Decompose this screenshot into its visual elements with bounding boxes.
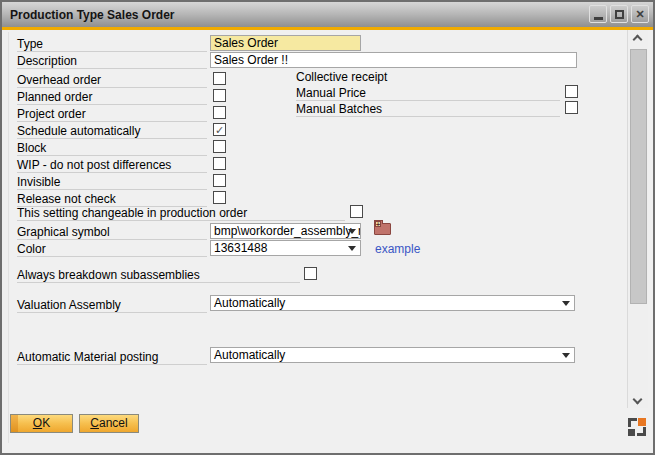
plus-badge-icon: + bbox=[375, 221, 381, 227]
collective-receipt-label: Collective receipt bbox=[296, 70, 560, 85]
dialog-production-type: Production Type Sales Order ✕ Type Sales… bbox=[0, 0, 655, 455]
accent-bar bbox=[2, 27, 653, 30]
manual-batches-checkbox[interactable] bbox=[565, 101, 578, 114]
cancel-button[interactable]: Cancel bbox=[79, 414, 139, 433]
project-order-label: Project order bbox=[17, 107, 207, 122]
changeable-label: This setting changeable in production or… bbox=[17, 206, 345, 221]
scrollbar-thumb[interactable] bbox=[630, 49, 647, 304]
chevron-down-icon bbox=[348, 246, 356, 251]
release-not-check-checkbox[interactable] bbox=[213, 191, 226, 204]
close-button[interactable]: ✕ bbox=[631, 5, 649, 23]
wip-label: WIP - do not post differences bbox=[17, 158, 207, 173]
content-left-divider bbox=[8, 32, 9, 443]
minimize-button[interactable] bbox=[589, 5, 607, 23]
maximize-icon bbox=[615, 10, 624, 19]
schedule-automatically-label: Schedule automatically bbox=[17, 124, 207, 139]
planned-order-label: Planned order bbox=[17, 90, 207, 105]
material-posting-value: Automatically bbox=[214, 348, 285, 362]
chevron-down-icon bbox=[348, 229, 356, 234]
breakdown-checkbox[interactable] bbox=[304, 267, 317, 280]
resize-grip-icon[interactable] bbox=[628, 418, 646, 436]
manual-price-label: Manual Price bbox=[296, 86, 560, 101]
manual-price-checkbox[interactable] bbox=[565, 85, 578, 98]
color-label: Color bbox=[17, 242, 207, 257]
chevron-down-icon bbox=[562, 301, 570, 306]
vertical-scrollbar[interactable] bbox=[627, 30, 648, 408]
scroll-up-icon[interactable] bbox=[633, 35, 643, 45]
ok-button[interactable]: OK bbox=[10, 414, 73, 433]
overhead-order-label: Overhead order bbox=[17, 73, 207, 88]
color-value: 13631488 bbox=[214, 241, 267, 255]
breakdown-label: Always breakdown subassemblies bbox=[17, 268, 300, 283]
release-not-check-label: Release not check bbox=[17, 192, 207, 207]
graphical-symbol-label: Graphical symbol bbox=[17, 225, 207, 240]
graphical-symbol-dropdown[interactable]: bmp\workorder_assembly_re bbox=[210, 223, 361, 239]
ok-button-label: O bbox=[33, 416, 42, 430]
default-button-stripe bbox=[11, 415, 18, 432]
valuation-assembly-label: Valuation Assembly bbox=[17, 298, 207, 313]
material-posting-label: Automatic Material posting bbox=[17, 350, 207, 365]
chevron-down-icon bbox=[562, 353, 570, 358]
cancel-button-label: C bbox=[90, 416, 99, 430]
window-title: Production Type Sales Order bbox=[10, 8, 174, 22]
valuation-assembly-value: Automatically bbox=[214, 296, 285, 310]
wip-checkbox[interactable] bbox=[213, 157, 226, 170]
type-input[interactable]: Sales Order bbox=[210, 35, 361, 51]
invisible-label: Invisible bbox=[17, 175, 207, 190]
project-order-checkbox[interactable] bbox=[213, 106, 226, 119]
scroll-down-icon[interactable] bbox=[633, 395, 643, 405]
title-bar[interactable]: Production Type Sales Order ✕ bbox=[2, 2, 653, 27]
invisible-checkbox[interactable] bbox=[213, 174, 226, 187]
valuation-assembly-dropdown[interactable]: Automatically bbox=[210, 295, 575, 311]
material-posting-dropdown[interactable]: Automatically bbox=[210, 347, 575, 363]
planned-order-checkbox[interactable] bbox=[213, 89, 226, 102]
folder-add-icon[interactable]: + bbox=[374, 223, 391, 235]
minimize-icon bbox=[594, 17, 603, 20]
maximize-button[interactable] bbox=[610, 5, 628, 23]
schedule-automatically-checkbox[interactable]: ✓ bbox=[213, 123, 226, 136]
close-icon: ✕ bbox=[635, 8, 644, 21]
block-label: Block bbox=[17, 141, 207, 156]
color-dropdown[interactable]: 13631488 bbox=[210, 240, 361, 256]
description-input[interactable]: Sales Order !! bbox=[210, 52, 577, 68]
changeable-checkbox[interactable] bbox=[350, 205, 363, 218]
overhead-order-checkbox[interactable] bbox=[213, 72, 226, 85]
description-label: Description bbox=[17, 54, 207, 69]
graphical-symbol-value: bmp\workorder_assembly_re bbox=[214, 224, 361, 238]
example-link[interactable]: example bbox=[375, 242, 420, 256]
type-label: Type bbox=[17, 37, 207, 52]
block-checkbox[interactable] bbox=[213, 140, 226, 153]
manual-batches-label: Manual Batches bbox=[296, 102, 560, 117]
